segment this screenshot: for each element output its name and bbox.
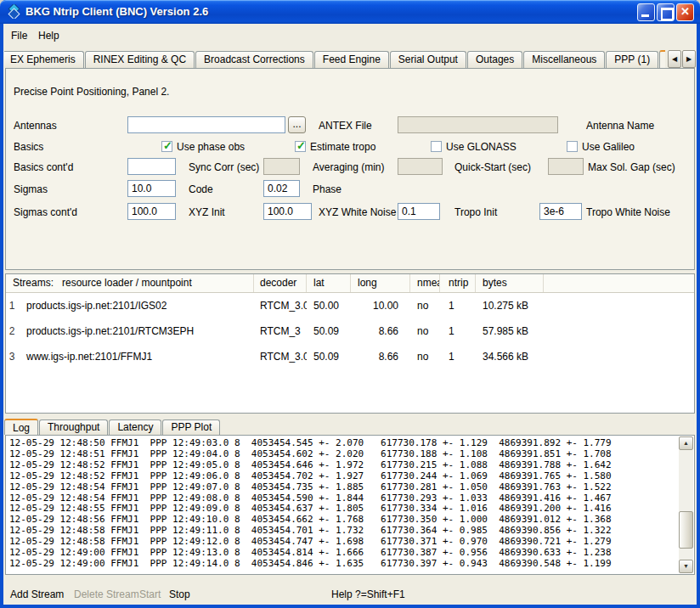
bottom-tab-bar: Log Throughput Latency PPP Plot — [4, 417, 344, 435]
close-button[interactable] — [676, 3, 694, 21]
tropo-init-label: Tropo Init — [454, 206, 497, 218]
sync-corr-input[interactable] — [127, 158, 176, 175]
row-number: 1 — [6, 293, 18, 318]
cell-lat: 50.00 — [307, 293, 351, 318]
log-line: 12-05-29 12:48:54 FFMJ1 PPP 12:49:07.0 8… — [9, 482, 677, 493]
use-phase-obs-label: Use phase obs — [177, 141, 245, 153]
log-line: 12-05-29 12:48:52 FFMJ1 PPP 12:49:05.0 8… — [9, 460, 677, 471]
antex-file-label: ANTEX File — [319, 120, 372, 132]
header-mountpoint: Streams: resource loader / mountpoint — [6, 274, 254, 292]
header-bytes: bytes — [476, 274, 544, 292]
log-line: 12-05-29 12:49:00 FFMJ1 PPP 12:49:14.0 8… — [9, 559, 677, 570]
log-line: 12-05-29 12:48:50 FFMJ1 PPP 12:49:03.0 8… — [9, 438, 677, 449]
help-hint: Help ?=Shift+F1 — [331, 588, 405, 600]
quick-start-input — [398, 158, 443, 175]
tab-ppp-plot[interactable]: PPP Plot — [162, 419, 220, 435]
minimize-button[interactable] — [637, 3, 655, 21]
cell-ntrip: 1 — [440, 293, 476, 318]
max-sol-gap-input — [548, 158, 584, 175]
code-label: Code — [189, 183, 213, 195]
app-window: BKG Ntrip Client (BNC) Version 2.6 File … — [0, 0, 700, 608]
header-nmea: nmea — [410, 274, 440, 292]
estimate-tropo-checkbox[interactable] — [295, 141, 306, 152]
cell-mountpoint: products.igs-ip.net:2101/IGS02 — [18, 293, 254, 318]
streams-table-header: Streams: resource loader / mountpoint de… — [6, 274, 694, 293]
stop-button[interactable]: Stop — [169, 588, 190, 600]
table-row[interactable]: 3 www.igs-ip.net:2101/FFMJ1 RTCM_3.0 50.… — [6, 344, 694, 369]
cell-bytes: 10.275 kB — [476, 293, 544, 318]
log-line: 12-05-29 12:48:52 FFMJ1 PPP 12:49:06.0 8… — [9, 471, 677, 482]
quick-start-label: Quick-Start (sec) — [454, 161, 531, 173]
antennas-input[interactable] — [127, 116, 285, 133]
cell-ntrip: 1 — [440, 344, 476, 369]
table-row[interactable]: 1 products.igs-ip.net:2101/IGS02 RTCM_3.… — [6, 293, 694, 318]
sigmas-contd-label: Sigmas cont'd — [14, 206, 77, 218]
scroll-down-icon[interactable]: ▼ — [679, 560, 693, 573]
header-long: long — [351, 274, 410, 292]
streams-table: Streams: resource loader / mountpoint de… — [5, 273, 695, 414]
tab-ppp-1[interactable]: PPP (1) — [606, 51, 658, 68]
sigma-phase-input[interactable] — [263, 180, 300, 197]
use-galileo-checkbox[interactable] — [567, 141, 578, 152]
tab-scroll-left-icon[interactable]: ◀ — [668, 50, 681, 68]
add-stream-button[interactable]: Add Stream — [10, 588, 64, 600]
basics-contd-label: Basics cont'd — [14, 161, 73, 173]
panel-description: Precise Point Positioning, Panel 2. — [14, 86, 169, 98]
use-phase-obs-checkbox[interactable] — [161, 141, 172, 152]
antex-browse-button[interactable]: ... — [288, 116, 306, 133]
cell-long: 8.66 — [351, 344, 410, 369]
tab-latency[interactable]: Latency — [109, 419, 161, 435]
averaging-label: Averaging (min) — [313, 161, 384, 173]
tab-serial-output[interactable]: Serial Output — [390, 51, 466, 68]
log-scrollbar[interactable]: ▲ ▼ — [679, 436, 693, 573]
max-sol-gap-label: Max Sol. Gap (sec) — [588, 161, 675, 173]
top-tab-bar: EX Ephemeris RINEX Editing & QC Broadcas… — [4, 48, 665, 68]
cell-mountpoint: products.igs-ip.net:2101/RTCM3EPH — [18, 318, 254, 344]
tab-outages[interactable]: Outages — [467, 51, 522, 68]
row-number: 2 — [6, 318, 18, 344]
cell-lat: 50.09 — [307, 318, 351, 344]
scroll-up-icon[interactable]: ▲ — [679, 436, 693, 450]
maximize-button[interactable] — [657, 3, 675, 21]
cell-nmea: no — [410, 318, 440, 344]
start-button: Start — [139, 588, 161, 600]
tab-log[interactable]: Log — [4, 419, 38, 435]
window-title: BKG Ntrip Client (BNC) Version 2.6 — [25, 5, 208, 18]
use-glonass-checkbox[interactable] — [431, 141, 442, 152]
tab-ppp-2[interactable]: PPP (2) — [659, 50, 665, 68]
tab-scroll-right-icon[interactable]: ▶ — [682, 50, 696, 68]
sigma-code-input[interactable] — [127, 180, 176, 197]
tab-miscellaneous[interactable]: Miscellaneous — [523, 51, 605, 68]
tab-rinex-ephemeris[interactable]: EX Ephemeris — [4, 51, 84, 68]
averaging-input — [263, 158, 300, 175]
cell-nmea: no — [410, 293, 440, 318]
tropo-white-noise-input[interactable] — [539, 203, 582, 220]
tab-rinex-editing-qc[interactable]: RINEX Editing & QC — [85, 51, 195, 68]
antennas-label: Antennas — [14, 120, 57, 132]
antex-file-input — [398, 116, 558, 133]
antenna-name-label: Antenna Name — [586, 120, 654, 132]
log-pane[interactable]: 12-05-29 12:48:50 FFMJ1 PPP 12:49:03.0 8… — [5, 435, 695, 575]
header-ntrip: ntrip — [440, 274, 476, 292]
xyz-init-label: XYZ Init — [189, 206, 225, 218]
tropo-white-noise-label: Tropo White Noise — [586, 206, 670, 218]
use-glonass-label: Use GLONASS — [446, 141, 517, 153]
tab-broadcast-corrections[interactable]: Broadcast Corrections — [195, 51, 313, 68]
menu-help[interactable]: Help — [34, 28, 64, 43]
delete-stream-button: Delete Stream — [74, 588, 139, 600]
header-lat: lat — [307, 274, 351, 292]
xyz-init-input[interactable] — [127, 203, 176, 220]
scrollbar-thumb[interactable] — [679, 511, 693, 549]
basics-label: Basics — [14, 141, 43, 153]
cell-lat: 50.09 — [307, 344, 351, 369]
tab-throughput[interactable]: Throughput — [39, 419, 108, 435]
menu-file[interactable]: File — [7, 28, 31, 43]
use-galileo-label: Use Galileo — [582, 141, 635, 153]
cell-bytes: 57.985 kB — [476, 318, 544, 344]
cell-mountpoint: www.igs-ip.net:2101/FFMJ1 — [18, 344, 254, 369]
xyz-white-noise-input[interactable] — [263, 203, 312, 220]
title-bar[interactable]: BKG Ntrip Client (BNC) Version 2.6 — [0, 0, 700, 24]
table-row[interactable]: 2 products.igs-ip.net:2101/RTCM3EPH RTCM… — [6, 318, 694, 344]
tropo-init-input[interactable] — [398, 203, 440, 220]
tab-feed-engine[interactable]: Feed Engine — [314, 51, 389, 68]
